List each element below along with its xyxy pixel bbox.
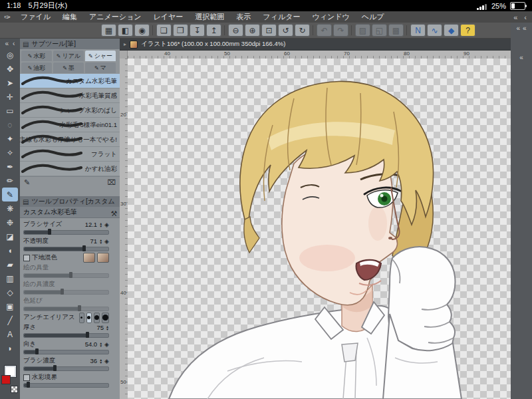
mix-mode-b-button[interactable] xyxy=(97,253,109,263)
expand-right3-icon[interactable]: « xyxy=(519,54,523,61)
value-stepper[interactable]: ▲▼ xyxy=(99,342,102,347)
text-tool[interactable]: A xyxy=(2,327,18,341)
stepper-down-icon[interactable]: ▼ xyxy=(99,344,102,347)
slider-thumb[interactable] xyxy=(69,272,72,278)
slider-thumb[interactable] xyxy=(86,332,89,338)
slider-thumb[interactable] xyxy=(35,348,39,354)
zoom-out-icon[interactable]: ⊖ xyxy=(228,24,243,37)
figure-tool[interactable]: ◇ xyxy=(2,285,18,299)
antialias-option-0[interactable] xyxy=(79,313,84,323)
delete-brush-icon[interactable]: ⌧ xyxy=(107,178,116,187)
export-icon[interactable]: ↥ xyxy=(206,24,221,37)
decoration-tool[interactable]: ❉ xyxy=(2,215,18,229)
move-view-tool[interactable]: ✥ xyxy=(2,62,18,76)
slider-thumb[interactable] xyxy=(61,289,64,295)
blend-tool[interactable]: ◖ xyxy=(2,243,18,257)
value-stepper[interactable]: ▲▼ xyxy=(99,239,102,244)
slider-thumb[interactable] xyxy=(53,365,57,371)
panel-menu-icon[interactable]: ▤ xyxy=(23,198,29,205)
ink-drop-icon[interactable]: ◆ xyxy=(444,24,459,37)
value-stepper[interactable]: ▲▼ xyxy=(99,222,102,227)
slider-thumb[interactable] xyxy=(78,305,81,311)
collapse-panels-icon[interactable]: « xyxy=(513,13,517,21)
new-canvas-icon[interactable]: ❏ xyxy=(156,24,172,37)
collapse-left-icon[interactable]: « xyxy=(5,40,9,47)
subtool-tab-水彩[interactable]: ✎水彩 xyxy=(21,51,52,61)
sub-color-swatch[interactable] xyxy=(1,375,11,384)
value-stepper[interactable]: ▲▼ xyxy=(99,358,102,364)
stepper-down-icon[interactable]: ▼ xyxy=(106,328,109,331)
brush-item[interactable]: 主線も水彩も厚塗りも一本でやる! xyxy=(20,132,120,147)
app-logo-icon[interactable]: ✑ xyxy=(0,13,15,22)
pen-tool[interactable]: ✒ xyxy=(2,160,18,174)
dynamics-icon[interactable]: ◈ xyxy=(104,238,109,245)
balloon-tool[interactable]: ◗ xyxy=(2,341,18,355)
property-checkbox[interactable] xyxy=(23,255,30,261)
stepper-down-icon[interactable]: ▼ xyxy=(99,361,102,364)
menu-item-7[interactable]: ウィンドウ xyxy=(306,12,355,22)
transparent-color-swatch[interactable] xyxy=(11,386,18,393)
rotate-left-icon[interactable]: ↺ xyxy=(278,24,293,37)
property-slider[interactable] xyxy=(23,307,109,311)
property-slider[interactable] xyxy=(23,230,109,235)
property-slider[interactable] xyxy=(23,383,109,388)
zoom-in-icon[interactable]: ⊕ xyxy=(245,24,260,37)
brush-item[interactable]: 水彩毛 3標準ein01.1 xyxy=(20,118,120,132)
brush-item[interactable]: 水彩毛筆質感 xyxy=(20,88,120,103)
fit-screen-icon[interactable]: ⊡ xyxy=(261,24,277,37)
eraser-tool[interactable]: ◪ xyxy=(2,229,18,243)
airbrush-tool[interactable]: ❋ xyxy=(2,201,18,215)
subtool-tab-リアル[interactable]: ✎リアル xyxy=(53,51,84,61)
subtool-tab-墨[interactable]: ✎墨 xyxy=(53,63,84,73)
property-slider[interactable] xyxy=(23,366,109,371)
canvas-tab-title[interactable]: イラスト106* (100.00 x 100.00mm 350dpi 166.4… xyxy=(141,40,285,49)
brush-item[interactable]: カスタム水彩毛筆 xyxy=(20,74,120,88)
brush-tool[interactable]: ✎ xyxy=(2,188,18,201)
ruler-tool[interactable]: ╱ xyxy=(2,313,18,327)
menu-item-2[interactable]: アニメーション xyxy=(83,12,148,22)
antialias-option-3[interactable] xyxy=(102,313,109,323)
panel-menu-icon[interactable]: ▤ xyxy=(23,41,29,48)
property-slider[interactable] xyxy=(23,350,109,354)
operation-tool[interactable]: ➤ xyxy=(2,76,18,90)
antialias-option-1[interactable] xyxy=(86,313,92,323)
edit-brush-icon[interactable]: ✎ xyxy=(24,178,30,187)
brush-item[interactable]: シャープ水彩のばし xyxy=(20,103,120,118)
fill-tool[interactable]: ▰ xyxy=(2,257,18,271)
canvas-viewport[interactable] xyxy=(128,59,511,399)
slider-thumb[interactable] xyxy=(82,245,86,251)
lasso-tool[interactable]: ◌ xyxy=(2,118,18,132)
property-slider[interactable] xyxy=(23,273,109,278)
curve-tool-icon[interactable]: ∿ xyxy=(427,24,442,37)
dynamics-icon[interactable]: ◈ xyxy=(104,358,109,364)
menu-item-1[interactable]: 編集 xyxy=(57,12,83,22)
collapse-left2-icon[interactable]: ‹ xyxy=(13,40,15,47)
menu-item-5[interactable]: 表示 xyxy=(230,12,257,22)
gradient-tool[interactable]: ▥ xyxy=(2,271,18,285)
property-slider[interactable] xyxy=(23,333,109,338)
subtool-tab-油彩[interactable]: ✎油彩 xyxy=(21,63,52,73)
help-icon[interactable]: ? xyxy=(460,24,475,37)
layer-move-tool[interactable]: ✛ xyxy=(2,90,18,104)
stepper-down-icon[interactable]: ▼ xyxy=(99,241,102,244)
property-slider[interactable] xyxy=(23,247,109,251)
pencil-tool[interactable]: ✏ xyxy=(2,174,18,188)
duplicate-canvas-icon[interactable]: ❐ xyxy=(173,24,188,37)
subtool-tab-マ[interactable]: ✎マ xyxy=(85,63,116,73)
selection-tool[interactable]: ▭ xyxy=(2,104,18,118)
zoom-tool[interactable]: ◎ xyxy=(2,48,18,62)
vector-line-icon[interactable]: N xyxy=(410,24,426,37)
slider-thumb[interactable] xyxy=(48,229,51,235)
slider-thumb[interactable] xyxy=(27,382,30,388)
property-slider[interactable] xyxy=(23,290,109,295)
dynamics-icon[interactable]: ◈ xyxy=(104,341,109,348)
brush-item[interactable]: かすれ油彩 xyxy=(20,162,120,176)
property-checkbox[interactable] xyxy=(23,374,30,381)
canvas-tab-nav-icon[interactable]: ▸ xyxy=(124,41,126,47)
menu-item-8[interactable]: ヘルプ xyxy=(356,12,390,22)
menu-item-3[interactable]: レイヤー xyxy=(148,12,190,22)
menu-item-0[interactable]: ファイル xyxy=(15,12,57,22)
mix-mode-a-button[interactable] xyxy=(83,253,95,263)
frame-tool[interactable]: ▣ xyxy=(2,299,18,313)
antialias-option-2[interactable] xyxy=(94,313,100,323)
